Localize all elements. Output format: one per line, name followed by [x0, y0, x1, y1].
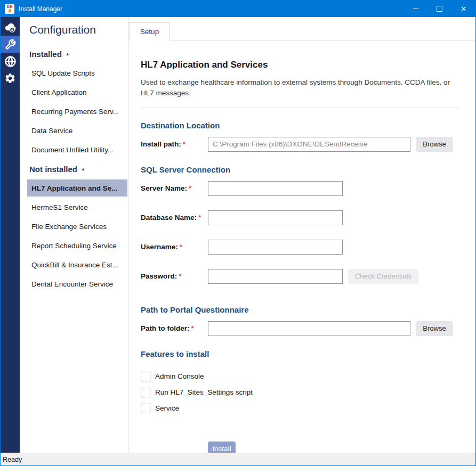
sidebar-item-file-exchange-services[interactable]: File Exchange Services	[20, 217, 128, 236]
titlebar: DE Install Manager ✕	[1, 1, 475, 17]
password-input[interactable]	[208, 269, 343, 284]
tab-strip: Setup	[129, 22, 475, 40]
password-row: Password:* Check Credentials	[141, 269, 459, 284]
server-name-input[interactable]	[208, 181, 343, 196]
username-row: Username:*	[141, 240, 459, 255]
admin-console-label: Admin Console	[155, 372, 204, 380]
database-name-row: Database Name:*	[141, 210, 459, 225]
close-button[interactable]: ✕	[451, 1, 475, 17]
service-checkbox-row: Service	[141, 404, 459, 413]
required-marker: *	[179, 272, 181, 280]
wrench-icon	[5, 39, 16, 50]
username-label: Username:*	[141, 243, 208, 251]
window-controls: ✕	[404, 1, 475, 17]
minimize-button[interactable]	[404, 1, 427, 17]
path-to-folder-row: Path to folder:* Browse	[141, 321, 459, 336]
status-bar: Ready	[1, 453, 475, 465]
sidebar-title: Configuration	[29, 23, 128, 36]
service-label: Service	[155, 404, 179, 412]
browse-install-path-button[interactable]: Browse	[416, 137, 453, 152]
sidebar-item-document-unfiled-utility[interactable]: Document Unfiled Utility...	[20, 140, 128, 159]
status-text: Ready	[3, 456, 22, 463]
username-input[interactable]	[208, 240, 343, 255]
icon-rail	[1, 17, 20, 453]
run-sites-settings-checkbox[interactable]	[141, 388, 150, 397]
sidebar-item-client-application[interactable]: Client Application	[20, 83, 128, 102]
run-sites-settings-label: Run HL7_Sites_Settings script	[155, 388, 253, 396]
page-description: Used to exchange healthcare information …	[141, 77, 459, 99]
maximize-icon	[437, 6, 442, 12]
sidebar-item-report-scheduling-service[interactable]: Report Scheduling Service	[20, 236, 128, 255]
admin-console-checkbox[interactable]	[141, 372, 150, 381]
required-marker: *	[191, 324, 194, 332]
rail-downloads-button[interactable]	[1, 19, 20, 36]
install-path-row: Install path:* Browse	[141, 137, 459, 152]
path-to-folder-input[interactable]	[208, 321, 410, 336]
collapse-arrow-icon: ▲	[66, 51, 70, 56]
sidebar-item-quickbill-insurance[interactable]: QuickBill & Insurance Est...	[20, 255, 128, 274]
admin-console-checkbox-row: Admin Console	[141, 372, 459, 381]
server-name-row: Server Name:*	[141, 181, 459, 196]
path-to-folder-label: Path to folder:*	[141, 324, 208, 332]
service-checkbox[interactable]	[141, 404, 150, 413]
sidebar-item-recurring-payments[interactable]: Recurring Payments Serv...	[20, 102, 128, 121]
close-icon: ✕	[461, 5, 466, 13]
main-area: Configuration Installed ▲ SQL Update Scr…	[1, 17, 475, 453]
install-path-label: Install path:*	[141, 140, 208, 148]
app-logo-icon: DE	[5, 4, 14, 14]
destination-location-header: Destination Location	[141, 121, 459, 130]
sql-server-connection-header: SQL Server Connection	[141, 165, 459, 174]
required-marker: *	[183, 140, 185, 148]
sidebar-item-dental-encounter-service[interactable]: Dental Encounter Service	[20, 274, 128, 293]
browse-portal-path-button[interactable]: Browse	[416, 321, 453, 336]
sidebar-item-sql-update-scripts[interactable]: SQL Update Scripts	[20, 63, 128, 83]
gear-icon	[4, 72, 16, 84]
run-sites-settings-checkbox-row: Run HL7_Sites_Settings script	[141, 388, 459, 397]
install-manager-window: DE Install Manager ✕	[0, 0, 476, 466]
tab-setup[interactable]: Setup	[129, 22, 170, 40]
rail-settings-button[interactable]	[1, 70, 20, 87]
page-title: HL7 Application and Services	[141, 60, 459, 70]
component-list: Installed ▲ SQL Update Scripts Client Ap…	[20, 44, 128, 293]
rail-configuration-button[interactable]	[1, 36, 20, 53]
required-marker: *	[198, 214, 201, 222]
sidebar-item-data-service[interactable]: Data Service	[20, 121, 128, 140]
database-name-input[interactable]	[208, 210, 343, 225]
setup-form: HL7 Application and Services Used to exc…	[129, 40, 475, 456]
divider	[141, 108, 459, 108]
database-name-label: Database Name:*	[141, 214, 208, 222]
required-marker: *	[180, 243, 182, 251]
install-path-input[interactable]	[208, 137, 410, 152]
content-panel: Setup HL7 Application and Services Used …	[129, 17, 475, 453]
password-label: Password:*	[141, 272, 208, 280]
features-to-install-header: Features to install	[141, 349, 459, 358]
check-credentials-button[interactable]: Check Credentials	[348, 269, 418, 284]
cloud-download-icon	[4, 21, 17, 34]
globe-icon	[4, 55, 17, 68]
required-marker: *	[189, 184, 191, 192]
server-name-label: Server Name:*	[141, 184, 208, 192]
minimize-icon	[413, 9, 418, 9]
collapse-arrow-icon: ▲	[81, 166, 85, 171]
not-installed-section-header[interactable]: Not installed ▲	[20, 159, 128, 178]
sidebar: Configuration Installed ▲ SQL Update Scr…	[20, 17, 129, 453]
portal-questionnaire-header: Path to Portal Questionnaire	[141, 305, 459, 314]
sidebar-item-hermes1-service[interactable]: HermeS1 Service	[20, 198, 128, 217]
installed-section-header[interactable]: Installed ▲	[20, 44, 128, 63]
maximize-button[interactable]	[427, 1, 451, 17]
sidebar-item-hl7-application[interactable]: HL7 Application and Se...	[27, 179, 127, 197]
window-title: Install Manager	[19, 5, 62, 13]
rail-network-button[interactable]	[1, 53, 20, 70]
